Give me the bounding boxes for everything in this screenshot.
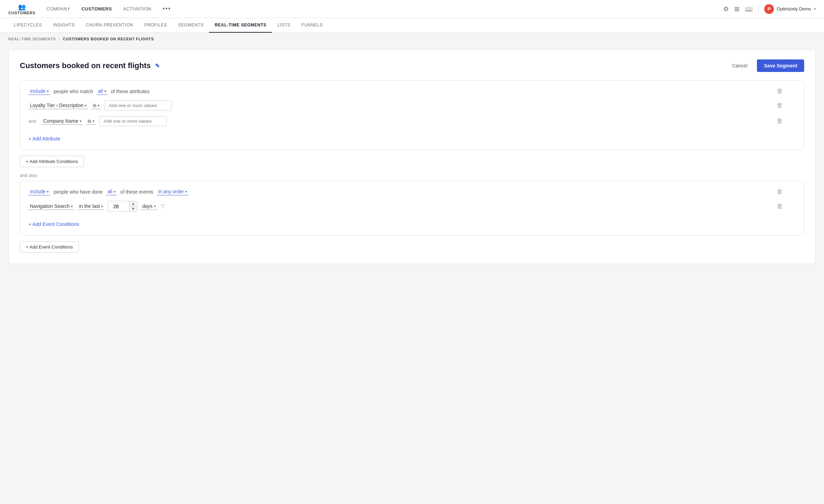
edit-title-icon[interactable]: ✎ — [155, 63, 160, 69]
book-icon[interactable]: 📖 — [745, 5, 753, 13]
in-the-last-select[interactable]: in the last ▾ — [78, 203, 104, 210]
subnav-lists[interactable]: LISTS — [272, 18, 296, 33]
days-unit-label: days — [142, 203, 153, 209]
user-badge[interactable]: P Optimizely Demo ▾ — [764, 4, 816, 14]
event-condition-block: Include ▾ people who have done all ▾ of … — [20, 181, 804, 236]
operator-is-select-2[interactable]: is ▾ — [86, 117, 96, 125]
user-caret-icon: ▾ — [814, 7, 816, 11]
loyalty-tier-label: Loyalty Tier › Description — [30, 103, 83, 108]
event-include-select[interactable]: Include ▾ — [29, 188, 50, 195]
gear-icon[interactable]: ⚙ — [723, 5, 729, 13]
subnav-lifecycles[interactable]: LIFECYCLES — [8, 18, 48, 33]
segment-actions: Cancel Save Segment — [727, 59, 804, 72]
segment-title-group: Customers booked on recent flights ✎ — [20, 61, 160, 70]
in-the-last-caret: ▾ — [101, 204, 103, 208]
company-name-select[interactable]: Company Name ▾ — [42, 117, 83, 125]
event-header-row: Include ▾ people who have done all ▾ of … — [29, 188, 783, 195]
brand-label: CUSTOMERS — [8, 11, 35, 15]
delete-event-block-button[interactable]: 🗑 — [777, 188, 783, 195]
of-these-attributes-text: of these attributes — [111, 89, 150, 94]
people-who-have-done-text: people who have done — [54, 189, 103, 195]
add-event-conditions-inline-button[interactable]: + Add Event Conditions — [29, 220, 79, 228]
top-nav-links: COMPANY CUSTOMERS ACTIVATION — [47, 6, 151, 11]
event-all-caret: ▾ — [114, 190, 115, 194]
subnav-funnels[interactable]: FUNNELS — [296, 18, 328, 33]
nav-divider — [758, 5, 759, 13]
delete-condition-1-button[interactable]: 🗑 — [777, 102, 783, 109]
delete-event-condition-button[interactable]: 🗑 — [777, 203, 783, 210]
segment-title: Customers booked on recent flights — [20, 61, 151, 70]
user-name: Optimizely Demo — [777, 6, 811, 11]
user-avatar: P — [764, 4, 774, 14]
spinner-down-button[interactable]: ▼ — [129, 206, 137, 211]
grid-icon[interactable]: ⊞ — [734, 5, 740, 13]
include-label: Include — [30, 88, 46, 94]
attribute-header-row: Include ▾ people who match all ▾ of thes… — [29, 88, 783, 95]
save-segment-button[interactable]: Save Segment — [757, 59, 804, 72]
subnav-insights[interactable]: INSIGHTS — [48, 18, 80, 33]
values-input-1[interactable] — [104, 100, 172, 111]
event-include-label: Include — [30, 189, 46, 194]
main-content: Customers booked on recent flights ✎ Can… — [0, 45, 824, 273]
brand-logo[interactable]: 👥 CUSTOMERS — [8, 3, 35, 15]
in-any-order-select[interactable]: in any order ▾ — [157, 188, 188, 195]
add-event-conditions-button[interactable]: + Add Event Conditions — [20, 241, 79, 253]
subnav-churn[interactable]: CHURN PREVENTION — [80, 18, 139, 33]
add-event-conditions-label: + Add Event Conditions — [26, 244, 73, 250]
loyalty-tier-select[interactable]: Loyalty Tier › Description ▾ — [29, 102, 88, 109]
days-value-input-wrap: ▲ ▼ — [108, 201, 137, 212]
include-select[interactable]: Include ▾ — [29, 88, 50, 95]
attribute-condition-row-1: Loyalty Tier › Description ▾ is ▾ 🗑 — [29, 100, 783, 111]
filter-icon-button[interactable]: ▽ — [161, 203, 165, 210]
add-attribute-button[interactable]: + Add Attribute — [29, 135, 60, 143]
add-attribute-label: + Add Attribute — [29, 136, 60, 141]
days-unit-caret: ▾ — [154, 204, 156, 208]
subnav-realtime-segments[interactable]: REAL-TIME SEGMENTS — [209, 18, 272, 33]
delete-attribute-block-button[interactable]: 🗑 — [777, 88, 783, 95]
nav-activation[interactable]: ACTIVATION — [123, 6, 151, 11]
event-condition-row-1: Navigation Search ▾ in the last ▾ ▲ ▼ da… — [29, 201, 783, 212]
operator-label-2: is — [88, 118, 91, 124]
values-input-2[interactable] — [99, 116, 167, 126]
breadcrumb-parent[interactable]: REAL-TIME SEGMENTS — [8, 37, 56, 41]
delete-condition-2-button[interactable]: 🗑 — [777, 117, 783, 125]
navigation-search-select[interactable]: Navigation Search ▾ — [29, 203, 74, 210]
nav-customers[interactable]: CUSTOMERS — [81, 6, 112, 11]
attribute-condition-row-2: and Company Name ▾ is ▾ 🗑 — [29, 116, 783, 126]
all-caret: ▾ — [104, 89, 106, 93]
spinner-up-button[interactable]: ▲ — [129, 201, 137, 206]
breadcrumb: REAL-TIME SEGMENTS › CUSTOMERS BOOKED ON… — [0, 33, 824, 45]
all-label: all — [98, 88, 103, 94]
segment-header: Customers booked on recent flights ✎ Can… — [20, 59, 804, 72]
top-nav-right: ⚙ ⊞ 📖 P Optimizely Demo ▾ — [723, 4, 816, 14]
add-event-conditions-inline-label: + Add Event Conditions — [29, 221, 79, 227]
subnav-segments[interactable]: SEGMENTS — [172, 18, 209, 33]
nav-more[interactable]: ••• — [162, 5, 171, 13]
and-also-label: and also — [20, 173, 804, 178]
subnav-profiles[interactable]: PROFILES — [139, 18, 172, 33]
event-all-label: all — [107, 189, 112, 194]
cancel-button[interactable]: Cancel — [727, 60, 753, 71]
in-any-order-label: in any order — [158, 189, 184, 194]
navigation-search-label: Navigation Search — [30, 203, 70, 209]
all-select[interactable]: all ▾ — [97, 88, 107, 95]
navigation-search-caret: ▾ — [71, 204, 73, 208]
add-attribute-conditions-button[interactable]: + Add Attribute Conditions — [20, 156, 84, 167]
operator-is-select-1[interactable]: is ▾ — [91, 102, 101, 109]
brand-icon: 👥 — [18, 3, 26, 11]
people-who-match-text: people who match — [54, 89, 93, 94]
days-value-input[interactable] — [108, 202, 129, 211]
days-unit-select[interactable]: days ▾ — [141, 203, 157, 210]
and-label: and — [29, 119, 38, 124]
segment-editor: Customers booked on recent flights ✎ Can… — [8, 49, 816, 264]
operator-label-1: is — [93, 103, 96, 108]
attribute-condition-block: Include ▾ people who match all ▾ of thes… — [20, 80, 804, 150]
operator-caret-2: ▾ — [92, 119, 94, 123]
sub-nav: LIFECYCLES INSIGHTS CHURN PREVENTION PRO… — [0, 18, 824, 33]
nav-company[interactable]: COMPANY — [47, 6, 70, 11]
company-name-label: Company Name — [43, 118, 78, 124]
event-all-select[interactable]: all ▾ — [106, 188, 117, 195]
operator-caret-1: ▾ — [98, 104, 99, 107]
number-spinners: ▲ ▼ — [129, 201, 137, 211]
breadcrumb-current: CUSTOMERS BOOKED ON RECENT FLIGHTS — [63, 37, 154, 41]
